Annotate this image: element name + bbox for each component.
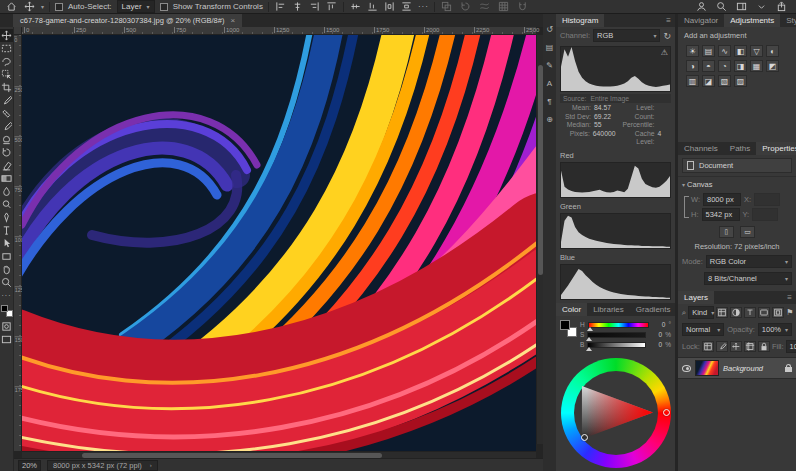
warp-icon[interactable] (478, 1, 491, 13)
history-brush-tool[interactable] (0, 146, 13, 159)
slider-thumb[interactable] (586, 337, 592, 341)
document-canvas[interactable] (22, 35, 536, 451)
lock-move-icon[interactable] (730, 341, 742, 352)
vertical-ruler[interactable]: 02505007501000125015001750 (14, 35, 22, 451)
tab-color[interactable]: Color (556, 303, 587, 316)
lock-artboard-icon[interactable] (744, 341, 756, 352)
slider-track[interactable] (587, 342, 646, 348)
toolbar-ellipsis[interactable]: ··· (0, 289, 13, 302)
zoom-tool[interactable] (0, 276, 13, 289)
slider-thumb[interactable] (586, 347, 592, 351)
tab-properties[interactable]: Properties (756, 142, 796, 155)
color-lookup-adjustment-icon[interactable]: ▦ (750, 60, 763, 72)
vibrance-adjustment-icon[interactable]: ▽ (750, 45, 763, 57)
lock-transparent-icon[interactable] (702, 341, 714, 352)
hue-saturation-adjustment-icon[interactable]: ◐ (766, 45, 779, 57)
path-selection-tool[interactable] (0, 237, 13, 250)
brush-tool[interactable] (0, 120, 13, 133)
type-layer-filter-icon[interactable] (744, 307, 756, 318)
show-transform-checkbox[interactable] (160, 3, 168, 11)
auto-select-checkbox[interactable] (55, 3, 63, 11)
slider-track[interactable] (588, 322, 650, 328)
orientation-portrait-button[interactable]: ▯ (719, 226, 734, 238)
x-field[interactable] (754, 193, 780, 206)
panel-menu-icon[interactable]: ≡ (662, 14, 675, 27)
align-right-icon[interactable] (308, 1, 321, 13)
move-tool-preset-icon[interactable] (23, 1, 36, 13)
paragraph-panel-icon[interactable]: ¶ (544, 96, 555, 107)
auto-select-target-dropdown[interactable]: Layer▾ (117, 0, 155, 13)
arrange-icon[interactable] (440, 1, 453, 13)
invert-adjustment-icon[interactable]: ◩ (766, 60, 779, 72)
rectangle-tool[interactable] (0, 250, 13, 263)
share-icon[interactable] (775, 1, 788, 13)
sb-marker[interactable] (581, 434, 588, 441)
pen-tool[interactable] (0, 211, 13, 224)
refresh-histogram-icon[interactable]: ↻ (663, 31, 671, 41)
tab-gradients[interactable]: Gradients (630, 303, 677, 316)
close-tab-icon[interactable]: × (230, 16, 235, 25)
orientation-landscape-button[interactable]: ▭ (740, 226, 755, 238)
layer-filter-search-icon[interactable]: ⌕ (682, 308, 686, 318)
lock-all-icon[interactable] (758, 341, 770, 352)
layer-filter-kind-dropdown[interactable]: Kind▾ (688, 306, 714, 319)
brightness-contrast-adjustment-icon[interactable]: ☀ (686, 45, 699, 57)
layer-row-background[interactable]: Background (678, 357, 796, 379)
lock-paint-icon[interactable] (716, 341, 728, 352)
slider-thumb[interactable] (587, 327, 593, 331)
height-field[interactable]: 5342 px (702, 208, 740, 221)
shape-layer-filter-icon[interactable] (758, 307, 770, 318)
layers-panel-menu-icon[interactable]: ≡ (783, 291, 796, 304)
foreground-color-swatch[interactable] (1, 305, 8, 312)
bit-depth-dropdown[interactable]: 8 Bits/Channel▾ (704, 272, 792, 285)
eraser-tool[interactable] (0, 159, 13, 172)
tab-histogram[interactable]: Histogram (556, 14, 604, 27)
levels-adjustment-icon[interactable]: ▤ (702, 45, 715, 57)
selective-color-adjustment-icon[interactable]: ▨ (734, 75, 747, 87)
black-white-adjustment-icon[interactable]: ◓ (702, 60, 715, 72)
mode-dropdown[interactable]: RGB Color▾ (706, 255, 792, 268)
search-icon[interactable] (715, 1, 728, 13)
align-bottom-icon[interactable] (366, 1, 379, 13)
channel-mixer-adjustment-icon[interactable]: ◨ (734, 60, 747, 72)
marquee-tool[interactable] (0, 42, 13, 55)
blur-tool[interactable] (0, 185, 13, 198)
align-middle-icon[interactable] (349, 1, 362, 13)
photo-filter-adjustment-icon[interactable]: ◔ (718, 60, 731, 72)
rotate-view-icon[interactable] (459, 1, 472, 13)
layer-visibility-eye-icon[interactable] (682, 365, 691, 372)
clone-source-panel-icon[interactable]: ⊕ (544, 114, 555, 125)
document-info[interactable]: 8000 px x 5342 px (72 ppi) › (47, 460, 158, 471)
gradient-tool[interactable] (0, 172, 13, 185)
fill-field[interactable]: 100%▾ (786, 340, 796, 353)
workspace-icon[interactable] (735, 1, 748, 13)
toolbar-color-swatches[interactable] (1, 305, 13, 317)
exposure-adjustment-icon[interactable]: ◧ (734, 45, 747, 57)
hand-tool[interactable] (0, 263, 13, 276)
document-tab[interactable]: c67-78-gamer-and-creator-1280307384.jpg … (13, 14, 242, 27)
tab-layers[interactable]: Layers (678, 291, 714, 304)
tab-adjustments[interactable]: Adjustments (724, 14, 780, 27)
eyedropper-tool[interactable] (0, 94, 13, 107)
object-selection-tool[interactable] (0, 68, 13, 81)
y-field[interactable] (752, 208, 778, 221)
vertical-scrollbar[interactable] (536, 35, 543, 444)
color-balance-adjustment-icon[interactable]: ◑ (686, 60, 699, 72)
properties-document-row[interactable]: Document (682, 158, 792, 173)
slider-b[interactable]: B0% (580, 340, 671, 350)
account-icon[interactable] (695, 1, 708, 13)
link-dimensions-icon[interactable] (684, 196, 689, 218)
align-left-icon[interactable] (274, 1, 287, 13)
width-field[interactable]: 8000 px (703, 193, 741, 206)
foreground-background-swatches[interactable] (560, 320, 577, 337)
align-center-h-icon[interactable] (291, 1, 304, 13)
tab-paths[interactable]: Paths (724, 142, 756, 155)
adjustment-layer-filter-icon[interactable] (730, 307, 742, 318)
character-panel-icon[interactable]: A (544, 78, 555, 89)
tab-channels[interactable]: Channels (678, 142, 724, 155)
tab-libraries[interactable]: Libraries (587, 303, 630, 316)
clone-stamp-tool[interactable] (0, 133, 13, 146)
quick-mask-button[interactable] (0, 320, 13, 333)
pixel-layer-filter-icon[interactable] (716, 307, 728, 318)
crop-tool[interactable] (0, 81, 13, 94)
